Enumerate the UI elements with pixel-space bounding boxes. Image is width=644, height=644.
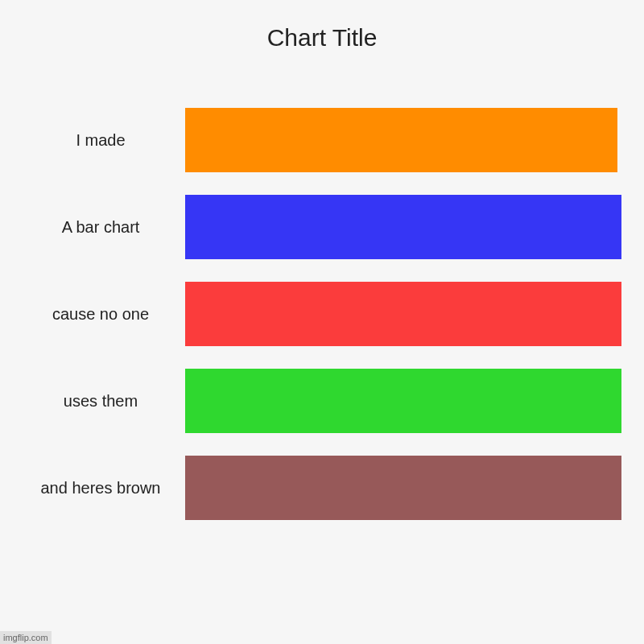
bar-track bbox=[185, 369, 621, 433]
bars-area: I made A bar chart cause no one uses the… bbox=[0, 108, 644, 520]
bar-track bbox=[185, 108, 621, 172]
bar bbox=[185, 369, 621, 433]
bar-label: I made bbox=[24, 131, 185, 150]
bar bbox=[185, 456, 621, 520]
bar bbox=[185, 195, 621, 259]
bar-label: and heres brown bbox=[24, 479, 185, 497]
bar bbox=[185, 282, 621, 346]
bar-label: A bar chart bbox=[24, 218, 185, 237]
chart-title: Chart Title bbox=[0, 24, 644, 52]
chart-container: Chart Title I made A bar chart cause no … bbox=[0, 0, 644, 644]
bar-track bbox=[185, 282, 621, 346]
bar-track bbox=[185, 456, 621, 520]
bar-track bbox=[185, 195, 621, 259]
bar-row: A bar chart bbox=[24, 195, 621, 259]
bar-row: I made bbox=[24, 108, 621, 172]
bar-row: and heres brown bbox=[24, 456, 621, 520]
bar-row: uses them bbox=[24, 369, 621, 433]
bar-row: cause no one bbox=[24, 282, 621, 346]
watermark: imgflip.com bbox=[0, 631, 52, 644]
bar-label: cause no one bbox=[24, 305, 185, 324]
bar-label: uses them bbox=[24, 392, 185, 411]
bar bbox=[185, 108, 617, 172]
